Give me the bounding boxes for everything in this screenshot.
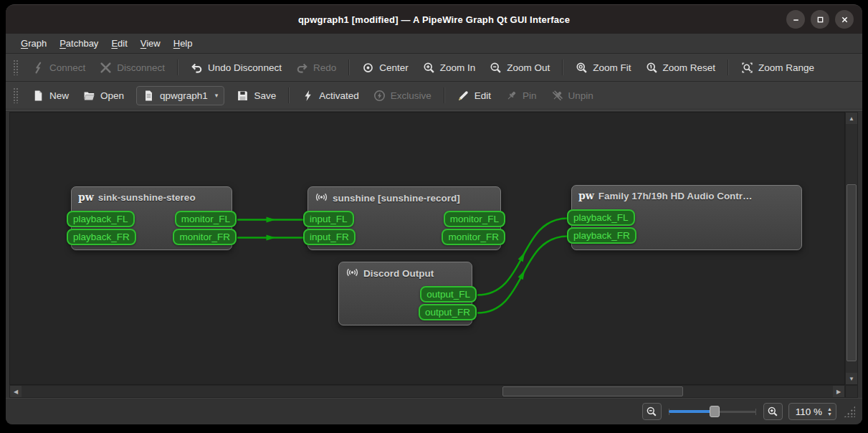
connect-button[interactable]: Connect [26,58,92,77]
exclusive-button[interactable]: Exclusive [367,86,438,105]
port-sunshine.input_FR[interactable]: input_FR [303,229,356,245]
toolbar-separator [288,87,290,103]
toolbar-separator [177,60,178,75]
redo-button[interactable]: Redo [290,58,343,77]
open-button[interactable]: Open [77,86,130,105]
undo-button[interactable]: Undo Disconnect [184,58,288,77]
spin-up-icon[interactable]: ▲ [827,406,832,411]
slider-handle[interactable] [710,406,720,417]
titlebar[interactable]: qpwgraph1 [modified] — A PipeWire Graph … [6,5,862,34]
edit-button[interactable]: Edit [451,86,497,105]
zoom-out-button[interactable] [642,403,662,420]
new-button[interactable]: New [26,86,75,105]
canvas-view[interactable]: pwsink-sunshine-stereoplayback_FLplaybac… [9,112,845,385]
port-discord.output_FL[interactable]: output_FL [420,286,477,303]
menu-view[interactable]: View [134,35,167,52]
node-title: pwFamily 17h/19h HD Audio Contr… [572,186,801,201]
toolbar-patchbay-items: NewOpenqpwgraph1▾SaveActivatedExclusiveE… [25,86,601,105]
minimize-icon [791,14,801,25]
port-discord.output_FR[interactable]: output_FR [419,304,477,320]
spinbox-arrows[interactable]: ▲▼ [827,406,832,417]
port-sink.monitor_FL[interactable]: monitor_FL [175,211,237,227]
zoom-percent-spinbox[interactable]: 110 % ▲▼ [788,403,836,420]
center-icon [362,62,374,74]
activated-icon [302,90,314,102]
toolbar-drag-handle[interactable] [13,60,19,75]
menu-edit[interactable]: Edit [105,35,133,52]
port-sunshine.monitor_FL[interactable]: monitor_FL [444,211,505,227]
scroll-left-button[interactable]: ◀ [10,386,22,397]
port-sink.playback_FL[interactable]: playback_FL [67,211,135,227]
window-controls [786,5,854,34]
close-button[interactable] [835,10,854,29]
toolbar-button-label: Connect [49,62,85,73]
vertical-scrollbar-thumb[interactable] [846,184,857,361]
pipewire-icon: pw [78,191,94,203]
horizontal-scrollbar-thumb[interactable] [502,386,683,396]
toolbar-button-label: Disconnect [117,62,165,73]
toolbar-button-label: Pin [523,90,537,101]
unpin-button[interactable]: Unpin [545,86,600,105]
horizontal-scrollbar[interactable]: ◀ ▶ [9,385,845,398]
zoom-in-button[interactable] [763,403,783,420]
zoom-in-icon [423,62,435,74]
canvas-frame: pwsink-sunshine-stereoplayback_FLplaybac… [9,112,858,398]
menu-help[interactable]: Help [167,35,199,52]
zoom-range-button[interactable]: Zoom Range [735,58,821,77]
vertical-scrollbar[interactable]: ▲ ▼ [845,112,858,385]
toolbar-drag-handle[interactable] [13,87,19,103]
center-button[interactable]: Center [356,58,415,77]
toolbar-separator [444,87,445,103]
slider-fill [669,410,716,413]
port-sunshine.input_FL[interactable]: input_FL [303,211,354,227]
disconnect-icon [100,62,112,74]
zoom-slider[interactable] [667,403,758,420]
pin-button[interactable]: Pin [499,86,543,105]
spin-down-icon[interactable]: ▼ [827,411,832,417]
minimize-button[interactable] [786,10,805,29]
toolbar-button-label: Zoom Out [507,62,550,73]
maximize-button[interactable] [811,10,829,29]
undo-icon [191,62,203,74]
save-button[interactable]: Save [230,86,282,105]
zoom-fit-icon [576,62,588,74]
toolbar-button-label: Exclusive [391,90,431,101]
audio-stream-icon [315,191,328,205]
scroll-up-button[interactable]: ▲ [846,113,857,124]
scroll-down-button[interactable]: ▼ [846,373,857,384]
zoom-reset-icon [646,62,658,74]
patchbay-file-combo[interactable]: qpwgraph1▾ [136,86,224,105]
toolbar-patchbay: NewOpenqpwgraph1▾SaveActivatedExclusiveE… [6,82,862,110]
port-family.playback_FR[interactable]: playback_FR [567,227,636,244]
activated-button[interactable]: Activated [295,86,366,105]
menu-graph[interactable]: Graph [14,35,53,52]
maximize-icon [815,14,826,25]
menu-patchbay[interactable]: Patchbay [53,35,105,52]
toolbar-separator [562,60,563,75]
zoom-reset-button[interactable]: Zoom Reset [639,58,722,77]
port-family.playback_FL[interactable]: playback_FL [567,209,635,226]
disconnect-button[interactable]: Disconnect [93,58,171,77]
toolbar-graph-items: ConnectDisconnectUndo DisconnectRedoCent… [25,58,821,77]
node-title-text: sink-sunshine-stereo [98,192,196,203]
scroll-right-button[interactable]: ▶ [833,386,844,397]
port-sink.playback_FR[interactable]: playback_FR [67,229,136,245]
port-sink.monitor_FR[interactable]: monitor_FR [173,229,237,245]
node-title-text: Family 17h/19h HD Audio Contr… [598,191,753,201]
toolbar-graph: ConnectDisconnectUndo DisconnectRedoCent… [6,54,862,82]
redo-icon [296,62,308,74]
pipewire-icon: pw [578,190,594,201]
file-icon [143,90,155,102]
port-sunshine.monitor_FR[interactable]: monitor_FR [442,229,505,245]
zoom-in-button[interactable]: Zoom In [416,58,482,77]
zoom-out-icon [646,406,657,417]
resize-grip[interactable] [844,406,855,417]
toolbar-button-label: qpwgraph1 [160,90,208,101]
toolbar-button-label: Edit [474,90,491,101]
zoom-out-button[interactable]: Zoom Out [483,58,556,77]
zoom-out-icon [490,62,502,74]
unpin-icon [551,90,563,102]
zoom-fit-button[interactable]: Zoom Fit [569,58,637,77]
menubar: GraphPatchbayEditViewHelp [6,34,862,54]
node-title-text: sunshine [sunshine-record] [333,193,460,204]
